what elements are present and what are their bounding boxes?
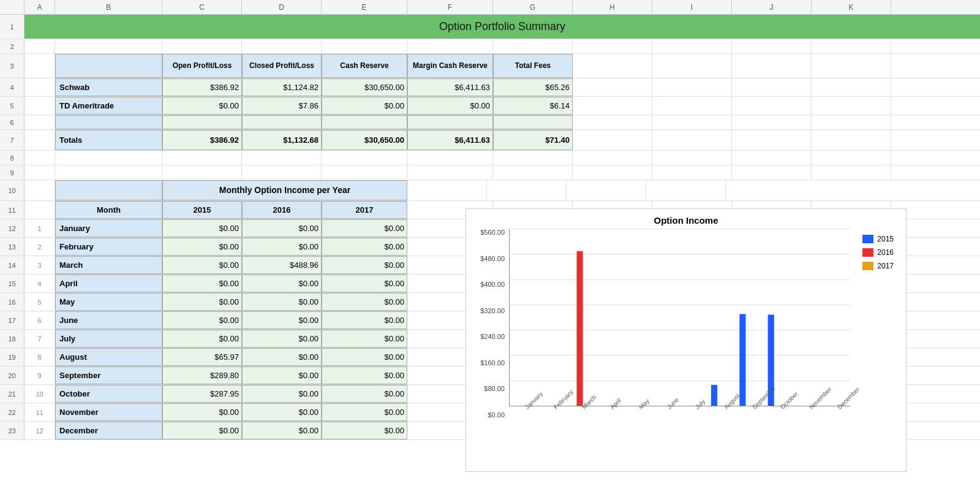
y-label-320: $320.00: [467, 307, 505, 314]
hdr-closed-pl: Closed Profit/Loss: [242, 54, 322, 78]
legend-color-2016: [862, 248, 873, 257]
column-headers: A B C D E F G H I J K: [0, 0, 980, 15]
schwab-cash-reserve: $30,650.00: [322, 78, 407, 96]
row-num-13: 13: [0, 238, 24, 256]
col-header-g: G: [493, 0, 573, 14]
month-september: September: [55, 367, 162, 384]
row-10: 10 Monthly Option Income per Year: [0, 180, 980, 201]
chart-legend: 2015 2016 2017: [850, 229, 900, 437]
row-2: 2: [0, 39, 980, 54]
y-label-400: $400.00: [467, 281, 505, 288]
y-label-80: $80.00: [467, 385, 505, 392]
option-income-chart: Option Income $0.00 $80.00 $160.00 $240.…: [466, 208, 907, 472]
row-7: 7 Totals $386.92 $1,132.68 $30,650.00 $6…: [0, 130, 980, 151]
row-num-3: 3: [0, 54, 24, 78]
legend-label-2016: 2016: [877, 248, 894, 257]
col-header-j: J: [732, 0, 812, 14]
row-num-6: 6: [0, 115, 24, 129]
month-july: July: [55, 330, 162, 348]
row-num-16: 16: [0, 293, 24, 311]
row-8: 8: [0, 151, 980, 165]
hdr-cash-reserve: Cash Reserve: [322, 54, 407, 78]
totals-margin-cash: $6,411.63: [407, 130, 493, 150]
row-num-20: 20: [0, 367, 24, 384]
row-3: 3 Open Profit/Loss Closed Profit/Loss Ca…: [0, 54, 980, 78]
month-col-header: Month: [55, 201, 162, 219]
tdameritrade-cash-reserve: $0.00: [322, 97, 407, 115]
totals-total-fees: $71.40: [493, 130, 573, 150]
col-header-d: D: [242, 0, 322, 14]
hdr-broker: [55, 54, 162, 78]
y-label-160: $160.00: [467, 359, 505, 367]
month-august: August: [55, 348, 162, 366]
row-num-21: 21: [0, 385, 24, 403]
col-header-i: I: [652, 0, 732, 14]
row-num-22: 22: [0, 403, 24, 421]
totals-closed-pl: $1,132.68: [242, 130, 322, 150]
schwab-total-fees: $65.26: [493, 78, 573, 96]
y-label-240: $240.00: [467, 333, 505, 340]
month-num-1: 1: [24, 219, 55, 237]
schwab-open-pl: $386.92: [162, 78, 242, 96]
legend-2017: 2017: [862, 262, 894, 270]
row-num-1: 1: [0, 15, 24, 39]
col-header-b: B: [55, 0, 162, 14]
row-num-19: 19: [0, 348, 24, 366]
tdameritrade-label: TD Ameritrade: [55, 97, 162, 115]
year2016-col-header: 2016: [242, 201, 322, 219]
svg-rect-1: [711, 385, 717, 406]
row-num-11: 11: [0, 201, 24, 219]
row-num-12: 12: [0, 219, 24, 237]
jan-2015: $0.00: [162, 219, 242, 237]
row-num-17: 17: [0, 311, 24, 329]
hdr-margin-cash: Margin Cash Reserve: [407, 54, 493, 78]
col-header-e: E: [322, 0, 407, 14]
totals-label: Totals: [55, 130, 162, 150]
row-9: 9: [0, 165, 980, 180]
hdr-open-pl: Open Profit/Loss: [162, 54, 242, 78]
y-label-480: $480.00: [467, 255, 505, 262]
y-label-0: $0.00: [467, 411, 505, 419]
row-num-7: 7: [0, 130, 24, 150]
jan-2016: $0.00: [242, 219, 322, 237]
col-header-f: F: [407, 0, 493, 14]
col-header-a: A: [24, 0, 55, 14]
month-november: November: [55, 403, 162, 421]
tdameritrade-margin-cash: $0.00: [407, 97, 493, 115]
row-5: 5 TD Ameritrade $0.00 $7.86 $0.00 $0.00 …: [0, 97, 980, 115]
legend-2016: 2016: [862, 248, 894, 257]
totals-cash-reserve: $30,650.00: [322, 130, 407, 150]
row-num-8: 8: [0, 151, 24, 165]
month-april: April: [55, 275, 162, 292]
month-january: January: [55, 219, 162, 237]
row-num-14: 14: [0, 256, 24, 274]
month-june: June: [55, 311, 162, 329]
row-num-5: 5: [0, 97, 24, 115]
schwab-closed-pl: $1,124.82: [242, 78, 322, 96]
tdameritrade-closed-pl: $7.86: [242, 97, 322, 115]
row-num-10: 10: [0, 180, 24, 200]
month-march: March: [55, 256, 162, 274]
col-header-c: C: [162, 0, 242, 14]
col-header-h: H: [573, 0, 652, 14]
month-may: May: [55, 293, 162, 311]
year2017-col-header: 2017: [322, 201, 407, 219]
schwab-margin-cash: $6,411.63: [407, 78, 493, 96]
row-num-23: 23: [0, 422, 24, 439]
legend-color-2015: [862, 235, 873, 243]
row-6: 6: [0, 115, 980, 130]
tdameritrade-open-pl: $0.00: [162, 97, 242, 115]
row-num-15: 15: [0, 275, 24, 292]
month-october: October: [55, 385, 162, 403]
legend-color-2017: [862, 262, 873, 270]
row-num-2: 2: [0, 39, 24, 53]
y-label-560: $560.00: [467, 229, 505, 236]
portfolio-title: Option Portfolio Summary: [24, 15, 980, 39]
row-num-4: 4: [0, 78, 24, 96]
monthly-title: Monthly Option Income per Year: [162, 180, 407, 200]
hdr-total-fees: Total Fees: [493, 54, 573, 78]
month-december: December: [55, 422, 162, 439]
svg-rect-0: [576, 251, 582, 406]
svg-rect-2: [739, 314, 745, 406]
year2015-col-header: 2015: [162, 201, 242, 219]
